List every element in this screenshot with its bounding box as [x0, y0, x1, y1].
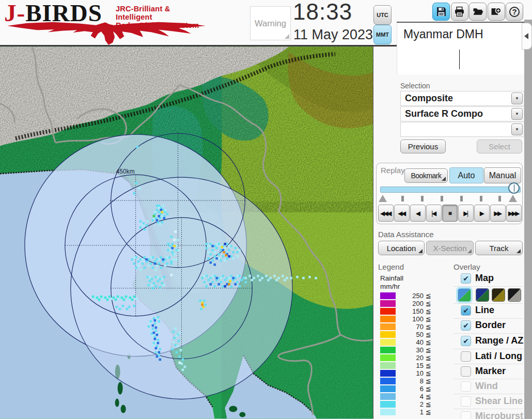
replay-play-reverse-button[interactable]: ◀ [410, 205, 426, 222]
map-style-blue-green[interactable] [458, 288, 471, 302]
legend-value: 150 [397, 307, 424, 315]
warning-dropdown[interactable]: Warning [250, 6, 291, 40]
replay-fast-forward-button[interactable]: ▶▶ [490, 205, 506, 222]
radar-map[interactable]: 450km [0, 46, 373, 419]
legend-value: 200 [397, 300, 424, 307]
legend-suffix: ≦ [426, 362, 431, 369]
legend-swatch [380, 323, 396, 330]
previous-button[interactable]: Previous [400, 139, 446, 153]
replay-play-button[interactable]: ▶ [474, 205, 490, 222]
utc-button[interactable]: UTC [373, 5, 392, 25]
chevron-down-icon[interactable]: ▼ [511, 92, 523, 104]
legend-value: 8 [397, 377, 424, 385]
jbirds-window: J-BIRDS JRC-Brilliant & Intelligent Rada… [0, 0, 532, 419]
overlay-label-marker[interactable]: Marker [475, 366, 506, 377]
text-caret [459, 50, 460, 69]
overlay-checkbox-marker[interactable] [461, 366, 471, 377]
replay-jump-start-button[interactable]: ◀◀◀ [378, 205, 394, 222]
overlay-label-range-az[interactable]: Range / AZ [475, 335, 523, 346]
legend-swatch [380, 339, 396, 346]
legend-suffix: ≦ [426, 331, 431, 338]
track-label: Track [490, 244, 509, 253]
bookmark-label: Bookmark [411, 172, 441, 180]
legend-swatch [380, 385, 396, 392]
collapse-arrow-icon [524, 33, 528, 39]
legend-value: 15 [397, 362, 424, 369]
open-folder-icon [473, 6, 483, 17]
legend-swatch [380, 300, 396, 307]
x-section-label: X-Section [433, 244, 466, 253]
overlay-label-wind: Wind [475, 381, 498, 392]
overlay-checkbox-microburst [461, 411, 471, 419]
legend-suffix: ≦ [426, 292, 431, 300]
x-section-button[interactable]: X-Section [426, 241, 474, 255]
legend-swatch [380, 393, 396, 400]
replay-stop-button[interactable]: ■ [442, 205, 458, 222]
print-button[interactable] [451, 3, 468, 21]
overlay-label-map[interactable]: Map [475, 273, 494, 284]
legend-value: 4 [397, 393, 424, 400]
overlay-label-lati-long[interactable]: Lati / Long [475, 351, 522, 362]
menu-corner-icon [442, 177, 446, 181]
replay-progress-handle[interactable] [508, 182, 520, 194]
replay-tick [480, 196, 482, 201]
legend-row: 2≦ [380, 401, 442, 409]
replay-tick [401, 196, 404, 201]
new-window-button[interactable] [488, 3, 505, 21]
legend-suffix: ≦ [426, 315, 431, 323]
replay-fast-rewind-button[interactable]: ◀◀ [394, 205, 410, 222]
chevron-down-icon[interactable]: ▼ [511, 123, 523, 135]
legend-row: 10≦ [380, 370, 442, 378]
overlay-checkbox-border[interactable]: ✔ [461, 320, 471, 331]
legend-title-line2: mm/hr [380, 283, 400, 290]
mmt-button[interactable]: MMT [373, 25, 392, 44]
clock-date: 11 May 2023 [293, 27, 373, 43]
legend-swatch [380, 331, 396, 338]
save-button[interactable] [432, 3, 450, 21]
legend-suffix: ≦ [426, 393, 431, 400]
overlay-checkbox-lati-long[interactable] [461, 351, 471, 362]
select-button[interactable]: Select [477, 139, 522, 153]
legend-row: 1≦ [380, 409, 442, 416]
legend-suffix: ≦ [426, 338, 431, 346]
eagle-logo-icon [6, 22, 207, 45]
overlay-label-border[interactable]: Border [475, 320, 506, 331]
replay-jump-end-button[interactable]: ▶▶▶ [506, 205, 522, 222]
overlay-checkbox-range-az[interactable]: ✔ [461, 336, 471, 346]
legend-value: 40 [397, 338, 424, 346]
legend-value: 50 [397, 331, 424, 338]
legend-value: 6 [397, 385, 424, 393]
legend-swatch [380, 362, 396, 369]
open-file-button[interactable] [469, 3, 487, 21]
legend-row: 200≦ [380, 300, 442, 308]
product-dropdown-2[interactable]: Surface R Compo ▼ [400, 106, 524, 121]
map-style-black-olive[interactable] [492, 288, 505, 302]
product-dropdown-1[interactable]: Composite ▼ [400, 91, 524, 106]
legend-suffix: ≦ [426, 369, 431, 377]
bookmark-button[interactable]: Bookmark [404, 168, 448, 183]
replay-tick [498, 196, 501, 201]
map-style-black-gray[interactable] [508, 288, 521, 302]
location-button[interactable]: Location [378, 241, 425, 255]
product-dropdown-3[interactable]: ▼ [400, 122, 524, 137]
replay-progress-track[interactable] [380, 187, 521, 193]
legend-swatch [380, 370, 396, 377]
replay-range-start-marker[interactable] [379, 195, 387, 202]
manual-mode-button[interactable]: Manual [484, 167, 521, 183]
replay-step-back-button[interactable]: |◀ [426, 205, 442, 222]
overlay-checkbox-line[interactable]: ✔ [461, 305, 471, 316]
map-style-navy-green[interactable] [476, 288, 489, 302]
chevron-down-icon[interactable]: ▼ [511, 108, 523, 120]
help-button[interactable]: ? [506, 3, 523, 21]
overlay-label-line[interactable]: Line [475, 305, 494, 316]
separator [453, 318, 523, 319]
replay-range-end-marker[interactable] [509, 195, 517, 202]
track-button[interactable]: Track [475, 241, 523, 255]
legend-row: 150≦ [380, 308, 442, 316]
panel-collapse-tab[interactable] [522, 23, 532, 50]
replay-step-forward-button[interactable]: ▶| [458, 205, 474, 222]
overlay-checkbox-map[interactable]: ✔ [461, 273, 471, 284]
overlay-label-microburst: Microburst [475, 411, 523, 419]
legend-swatch [380, 378, 396, 384]
auto-mode-button[interactable]: Auto [449, 167, 483, 183]
